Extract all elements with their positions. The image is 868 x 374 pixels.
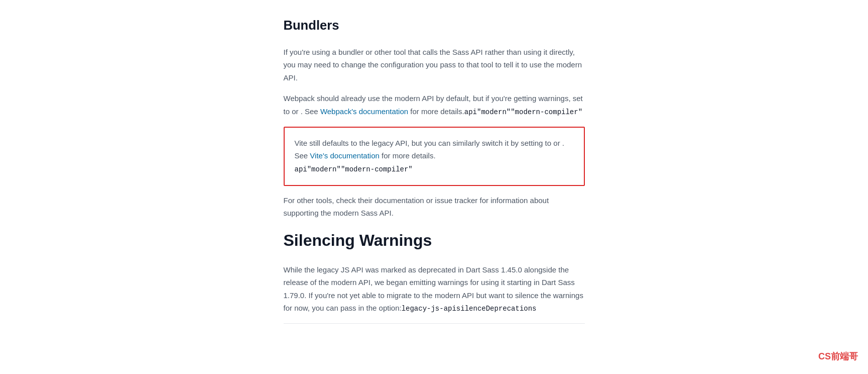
highlighted-para: Vite still defaults to the legacy API, b… <box>295 137 574 176</box>
vite-docs-link[interactable]: Vite's documentation <box>310 151 380 160</box>
para3: For other tools, check their documentati… <box>284 194 585 220</box>
para2: Webpack should already use the modern AP… <box>284 92 585 118</box>
webpack-docs-link[interactable]: Webpack's documentation <box>320 107 408 116</box>
para1: If you're using a bundler or other tool … <box>284 46 585 84</box>
silencing-para: While the legacy JS API was marked as de… <box>284 263 585 315</box>
highlighted-para-code: api"modern""modern-compiler" <box>295 165 413 173</box>
para2-code: api"modern""modern-compiler" <box>464 108 582 116</box>
vite-highlighted-box: Vite still defaults to the legacy API, b… <box>284 127 585 186</box>
page-container: Bundlers If you're using a bundler or ot… <box>208 0 660 347</box>
silencing-code: legacy-js-apisilenceDeprecations <box>402 305 537 313</box>
silencing-warnings-heading: Silencing Warnings <box>284 228 585 253</box>
highlighted-para-suffix: for more details. <box>380 151 436 160</box>
para2-suffix: for more details. <box>408 107 464 116</box>
bundlers-heading: Bundlers <box>284 15 585 36</box>
bottom-divider <box>284 323 585 324</box>
